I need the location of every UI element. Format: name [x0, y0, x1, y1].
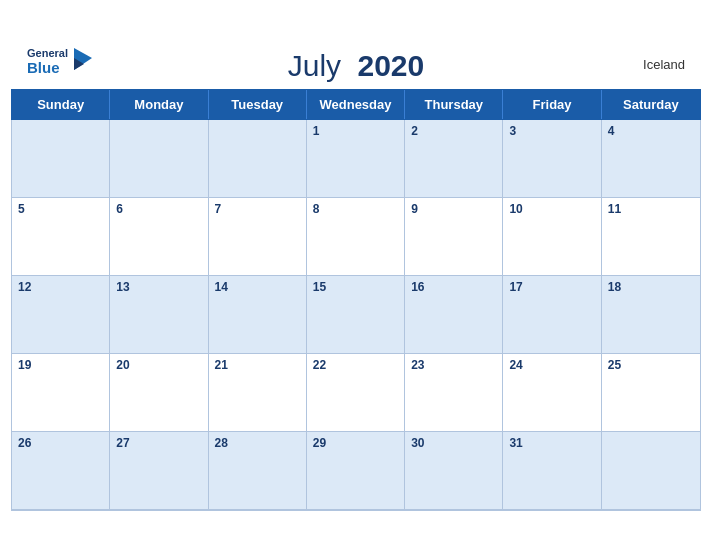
country-label: Iceland: [643, 57, 685, 72]
day-cell-22: 22: [307, 354, 405, 432]
day-cell-10: 10: [503, 198, 601, 276]
week-row-2: 567891011: [12, 198, 700, 276]
day-number: 14: [215, 280, 300, 294]
day-cell-3: 3: [503, 120, 601, 198]
day-cell-8: 8: [307, 198, 405, 276]
day-number: 25: [608, 358, 694, 372]
day-number: 20: [116, 358, 201, 372]
day-number: 6: [116, 202, 201, 216]
day-number: 29: [313, 436, 398, 450]
day-cell-23: 23: [405, 354, 503, 432]
day-cell-2: 2: [405, 120, 503, 198]
day-number: 16: [411, 280, 496, 294]
day-cell-15: 15: [307, 276, 405, 354]
day-number: 2: [411, 124, 496, 138]
day-cell-27: 27: [110, 432, 208, 510]
day-cell-26: 26: [12, 432, 110, 510]
day-number: 1: [313, 124, 398, 138]
day-number: 28: [215, 436, 300, 450]
day-number: 8: [313, 202, 398, 216]
day-header-tue: Tuesday: [209, 90, 307, 119]
calendar-month: July: [288, 49, 341, 82]
day-cell-24: 24: [503, 354, 601, 432]
day-header-fri: Friday: [503, 90, 601, 119]
logo-icon: [74, 48, 92, 70]
day-number: 15: [313, 280, 398, 294]
day-header-wed: Wednesday: [307, 90, 405, 119]
day-number: 23: [411, 358, 496, 372]
day-number: 31: [509, 436, 594, 450]
calendar-title: July 2020: [288, 49, 424, 83]
day-cell-17: 17: [503, 276, 601, 354]
day-number: 12: [18, 280, 103, 294]
empty-day-cell: [209, 120, 307, 198]
day-number: 5: [18, 202, 103, 216]
day-number: 4: [608, 124, 694, 138]
logo-text: General Blue: [27, 47, 68, 75]
day-cell-5: 5: [12, 198, 110, 276]
day-cell-11: 11: [602, 198, 700, 276]
day-number: 11: [608, 202, 694, 216]
day-number: 22: [313, 358, 398, 372]
day-cell-12: 12: [12, 276, 110, 354]
day-cell-21: 21: [209, 354, 307, 432]
day-number: 17: [509, 280, 594, 294]
day-number: 3: [509, 124, 594, 138]
day-cell-29: 29: [307, 432, 405, 510]
day-number: 19: [18, 358, 103, 372]
day-cell-14: 14: [209, 276, 307, 354]
empty-day-cell: [602, 432, 700, 510]
day-number: 26: [18, 436, 103, 450]
day-cell-6: 6: [110, 198, 208, 276]
empty-day-cell: [12, 120, 110, 198]
day-number: 13: [116, 280, 201, 294]
day-number: 30: [411, 436, 496, 450]
day-header-sun: Sunday: [12, 90, 110, 119]
calendar-grid: 1234567891011121314151617181920212223242…: [11, 120, 701, 511]
day-headers: Sunday Monday Tuesday Wednesday Thursday…: [11, 89, 701, 120]
calendar-header: General Blue July 2020 Iceland: [11, 39, 701, 89]
week-row-4: 19202122232425: [12, 354, 700, 432]
logo: General Blue: [27, 47, 92, 75]
day-cell-25: 25: [602, 354, 700, 432]
day-number: 7: [215, 202, 300, 216]
day-header-thu: Thursday: [405, 90, 503, 119]
week-row-5: 262728293031: [12, 432, 700, 510]
day-cell-1: 1: [307, 120, 405, 198]
logo-blue: Blue: [27, 60, 68, 75]
calendar-year: 2020: [357, 49, 424, 82]
day-cell-9: 9: [405, 198, 503, 276]
empty-day-cell: [110, 120, 208, 198]
day-number: 24: [509, 358, 594, 372]
day-cell-30: 30: [405, 432, 503, 510]
day-cell-18: 18: [602, 276, 700, 354]
day-cell-19: 19: [12, 354, 110, 432]
day-number: 10: [509, 202, 594, 216]
day-number: 18: [608, 280, 694, 294]
day-number: 21: [215, 358, 300, 372]
day-header-mon: Monday: [110, 90, 208, 119]
day-header-sat: Saturday: [602, 90, 700, 119]
day-cell-4: 4: [602, 120, 700, 198]
week-row-1: 1234: [12, 120, 700, 198]
day-cell-28: 28: [209, 432, 307, 510]
day-number: 27: [116, 436, 201, 450]
day-cell-13: 13: [110, 276, 208, 354]
day-cell-31: 31: [503, 432, 601, 510]
day-cell-20: 20: [110, 354, 208, 432]
day-cell-16: 16: [405, 276, 503, 354]
day-number: 9: [411, 202, 496, 216]
day-cell-7: 7: [209, 198, 307, 276]
week-row-3: 12131415161718: [12, 276, 700, 354]
